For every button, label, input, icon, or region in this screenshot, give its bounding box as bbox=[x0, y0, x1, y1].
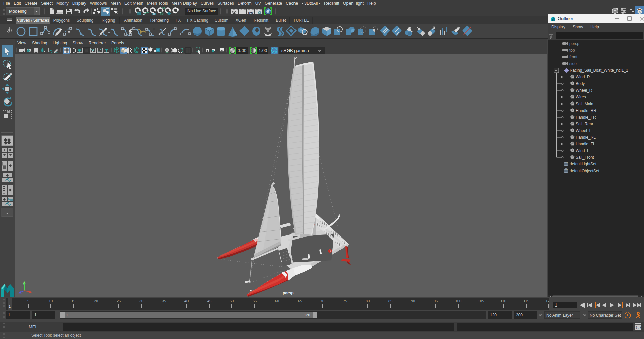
svg-text:75: 75 bbox=[343, 299, 347, 303]
svg-text:5: 5 bbox=[27, 299, 29, 303]
svg-text:ON: ON bbox=[273, 50, 276, 52]
svg-text:65: 65 bbox=[298, 299, 302, 303]
svg-text:y: y bbox=[23, 281, 25, 285]
svg-text:25: 25 bbox=[117, 299, 121, 303]
svg-text:15: 15 bbox=[71, 299, 75, 303]
svg-text:60: 60 bbox=[275, 299, 279, 303]
svg-text:95: 95 bbox=[434, 299, 438, 303]
svg-text:35: 35 bbox=[162, 299, 166, 303]
svg-text:70: 70 bbox=[320, 299, 324, 303]
svg-text:45: 45 bbox=[207, 299, 211, 303]
svg-text:105: 105 bbox=[478, 299, 484, 303]
svg-text:40: 40 bbox=[184, 299, 189, 303]
svg-text:80: 80 bbox=[366, 299, 370, 303]
svg-text:100: 100 bbox=[455, 299, 461, 303]
svg-text:85: 85 bbox=[388, 299, 392, 303]
svg-text:110: 110 bbox=[500, 299, 506, 303]
svg-text:55: 55 bbox=[253, 299, 257, 303]
svg-text:30: 30 bbox=[139, 299, 143, 303]
svg-text:115: 115 bbox=[523, 299, 529, 303]
svg-text:10: 10 bbox=[49, 299, 53, 303]
svg-text:90: 90 bbox=[411, 299, 415, 303]
svg-text:persp: persp bbox=[283, 291, 294, 295]
svg-text:120: 120 bbox=[546, 299, 549, 303]
svg-text:IPR: IPR bbox=[248, 11, 253, 14]
svg-text:{;}: {;} bbox=[636, 326, 641, 329]
svg-text:20: 20 bbox=[94, 299, 98, 303]
svg-text:50: 50 bbox=[230, 299, 234, 303]
